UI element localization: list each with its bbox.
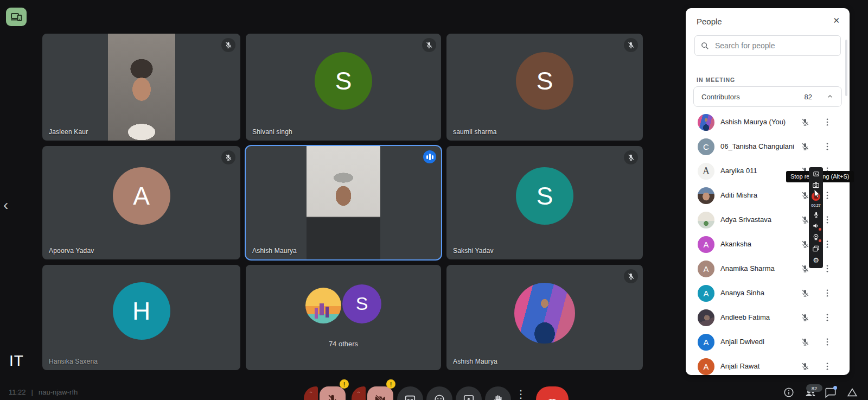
watermark-label: IT xyxy=(9,352,24,370)
raise-hand-button[interactable] xyxy=(485,386,511,400)
mic-off-icon[interactable] xyxy=(801,289,809,297)
more-options-button[interactable]: ⋮ xyxy=(515,388,526,400)
participant-row[interactable]: Adya Srivastava xyxy=(686,208,850,232)
participant-row[interactable]: Ashish Maurya (You) xyxy=(686,110,850,135)
participant-row[interactable]: A Anjali Dwivedi xyxy=(686,330,850,354)
video-feed xyxy=(108,34,175,141)
recorder-windows-button[interactable] xyxy=(812,244,820,253)
close-panel-button[interactable]: ✕ xyxy=(833,16,840,26)
camera-off-icon xyxy=(374,393,386,400)
mic-off-icon xyxy=(627,154,635,161)
device-brand-icon[interactable] xyxy=(6,8,27,26)
participant-row[interactable]: Aditi Mishra xyxy=(686,183,850,208)
mic-off-icon[interactable] xyxy=(801,338,809,346)
mic-off-icon[interactable] xyxy=(801,142,809,151)
mic-off-icon xyxy=(425,41,433,49)
participant-row[interactable]: A Anamika Sharma xyxy=(686,257,850,281)
panel-scrollbar[interactable] xyxy=(845,40,847,96)
recorder-mic-button[interactable] xyxy=(812,210,820,219)
video-tile-apoorva-yadav[interactable]: A Apoorva Yadav xyxy=(42,146,240,259)
participant-name-label: Shivani singh xyxy=(252,128,292,136)
mic-off-icon[interactable] xyxy=(801,240,809,249)
video-tile-shivani-singh[interactable]: S Shivani singh xyxy=(246,34,441,141)
speaker-active-dot xyxy=(819,228,821,231)
recorder-speaker-button[interactable] xyxy=(812,221,820,230)
windows-icon xyxy=(812,245,820,252)
clock-label: 11:22 xyxy=(9,388,26,396)
reactions-button[interactable] xyxy=(426,386,452,400)
mic-off-icon xyxy=(225,41,232,49)
more-actions-icon[interactable] xyxy=(822,142,832,151)
mic-off-icon[interactable] xyxy=(801,215,809,224)
capture-camera-button[interactable] xyxy=(812,181,820,189)
avatar: H xyxy=(113,282,170,340)
info-icon xyxy=(783,386,795,398)
participant-row[interactable]: Andleeb Fatima xyxy=(686,306,850,330)
more-actions-icon[interactable] xyxy=(822,191,832,200)
search-icon xyxy=(700,41,710,50)
search-input[interactable] xyxy=(714,41,835,50)
mic-mute-button[interactable] xyxy=(320,386,346,400)
mic-muted-indicator xyxy=(422,38,436,52)
more-actions-icon[interactable] xyxy=(822,117,832,127)
present-screen-button[interactable] xyxy=(456,386,482,400)
raised-hand-icon xyxy=(492,393,504,400)
group-count: 82 xyxy=(805,93,812,101)
participant-list: Ashish Maurya (You) C 06_Tanisha Changul… xyxy=(686,110,850,379)
video-tile-jasleen-kaur[interactable]: Jasleen Kaur xyxy=(42,34,240,141)
recording-timer: 00:27 xyxy=(811,204,821,207)
mic-off-icon[interactable] xyxy=(801,191,809,200)
meeting-details-button[interactable] xyxy=(783,386,795,400)
contributors-group-header[interactable]: Contributors 82 xyxy=(693,86,842,107)
recorder-settings-button[interactable]: ⚙ xyxy=(812,256,820,264)
camera-options-caret-button[interactable] xyxy=(352,386,366,400)
video-tile-ashish-maurya-photo[interactable]: Ashish Maurya xyxy=(446,265,643,370)
participant-row[interactable]: C 06_Tanisha Changulani xyxy=(686,135,850,159)
video-tile-sakshi-yadav[interactable]: S Sakshi Yadav xyxy=(446,146,643,259)
participant-name-label: Hansika Saxena xyxy=(49,358,98,365)
meeting-info-bar: 11:22 | nau-njaw-rfh xyxy=(9,388,78,396)
participant-row[interactable]: A Akanksha xyxy=(686,232,850,257)
activities-button[interactable] xyxy=(846,386,858,400)
participant-count-badge: 82 xyxy=(806,384,822,392)
participant-name-label: Sakshi Yadav xyxy=(453,247,494,255)
avatar xyxy=(698,187,714,204)
present-screen-icon xyxy=(463,393,475,400)
video-tile-ashish-maurya-active[interactable]: Ashish Maurya xyxy=(246,146,441,259)
more-actions-icon[interactable] xyxy=(822,239,832,249)
more-actions-icon[interactable] xyxy=(822,337,832,347)
mic-off-icon[interactable] xyxy=(801,118,809,126)
mic-muted-indicator xyxy=(221,38,235,52)
video-tile-saumil-sharma[interactable]: S saumil sharma xyxy=(446,34,643,141)
more-actions-icon[interactable] xyxy=(822,313,832,322)
gear-icon: ⚙ xyxy=(813,257,819,264)
recorder-webcam-button[interactable] xyxy=(812,233,820,242)
mic-off-icon[interactable] xyxy=(801,264,809,273)
participant-name-label: Ashish Maurya xyxy=(252,247,297,255)
participant-row[interactable]: A Ananya Sinha xyxy=(686,281,850,306)
mic-muted-indicator xyxy=(221,150,235,164)
screenshot-image-button[interactable] xyxy=(812,169,820,178)
participant-name-label: Apoorva Yadav xyxy=(49,247,94,255)
participant-row[interactable]: A Anjali Rawat xyxy=(686,354,850,379)
mic-muted-indicator xyxy=(624,150,638,164)
end-call-button[interactable] xyxy=(536,386,569,400)
camera-control-group xyxy=(352,386,393,400)
divider: | xyxy=(31,388,33,396)
in-meeting-section-label: IN MEETING xyxy=(697,77,735,83)
avatar: S xyxy=(516,167,573,225)
video-tile-hansika-saxena[interactable]: H Hansika Saxena xyxy=(42,265,240,370)
captions-button[interactable] xyxy=(397,386,423,400)
avatar: A xyxy=(698,236,714,253)
mic-off-icon[interactable] xyxy=(801,362,809,371)
more-actions-icon[interactable] xyxy=(822,215,832,225)
more-actions-icon[interactable] xyxy=(822,361,832,371)
mic-options-caret-button[interactable] xyxy=(304,386,318,400)
more-actions-icon[interactable] xyxy=(822,264,832,274)
previous-page-chevron[interactable]: ‹ xyxy=(3,198,8,213)
overflow-tile-74-others[interactable]: S 74 others xyxy=(246,265,441,370)
more-actions-icon[interactable] xyxy=(822,288,832,298)
mic-off-icon[interactable] xyxy=(801,313,809,322)
collapse-chevron-icon xyxy=(826,93,834,100)
chevron-up-icon xyxy=(308,390,314,395)
